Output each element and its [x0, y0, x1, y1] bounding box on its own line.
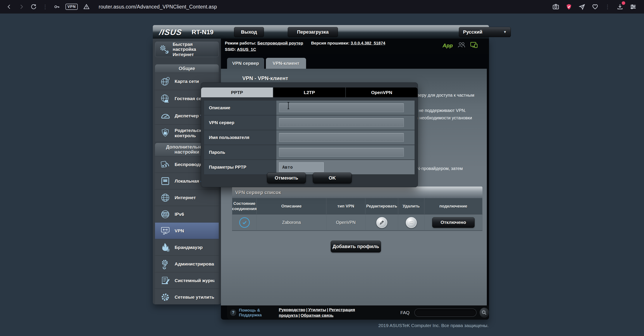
vpn-server-input[interactable] — [279, 118, 404, 127]
sidebar-item-label: Интернет — [175, 195, 214, 200]
router-model: RT-N19 — [192, 28, 214, 36]
address-bar-url[interactable]: router.asus.com/Advanced_VPNClient_Conte… — [99, 4, 217, 10]
column-header: подключение — [424, 198, 482, 215]
faq-search-button[interactable] — [480, 308, 489, 318]
faq-search-input[interactable] — [414, 309, 476, 317]
firmware-version-link[interactable]: 3.0.0.4.382_51874 — [350, 41, 385, 45]
protect-shield-icon[interactable] — [566, 3, 572, 10]
pptp-options-select[interactable]: Авто — [279, 162, 324, 172]
profile-description: Zaborona — [257, 215, 326, 231]
sidebar-item-label: Брандмауэр — [175, 245, 214, 250]
sidebar-item-network-tools[interactable]: Сетевые утилиты — [155, 289, 219, 304]
feedback-link[interactable]: Обратная связь — [300, 313, 334, 318]
internet-icon — [159, 192, 171, 204]
description-fragment: PN-провайдером, затем — [414, 166, 463, 171]
tab-vpn-server[interactable]: VPN сервер — [227, 58, 264, 69]
field-label: Описание — [204, 101, 276, 115]
favorites-heart-icon[interactable] — [592, 3, 598, 10]
sidebar-item-internet[interactable]: Интернет — [155, 189, 219, 206]
vpn-extension-badge[interactable]: VPN — [66, 4, 78, 10]
tab-pptp[interactable]: PPTP — [201, 87, 273, 97]
operation-mode-label: Режим работы: — [225, 41, 256, 45]
share-send-icon[interactable] — [578, 3, 586, 10]
column-header: тип VPN — [326, 198, 366, 215]
link-separator: | — [306, 308, 308, 312]
username-input[interactable] — [279, 133, 404, 142]
operation-mode-link[interactable]: Беспроводной роутер — [258, 41, 303, 45]
vpn-tab-row: VPN сервер VPN-клиент — [221, 54, 489, 69]
back-icon[interactable] — [6, 3, 13, 10]
field-label: Имя пользователя — [204, 130, 276, 145]
text-cursor — [287, 102, 290, 110]
profile-form: Описание VPN сервер Имя пользователя Пар… — [204, 101, 414, 175]
table-title: VPN сервер список — [232, 187, 482, 198]
downloads-icon[interactable] — [616, 3, 624, 10]
clients-icon[interactable] — [458, 42, 466, 49]
form-row-vpn-server: VPN сервер — [204, 115, 414, 130]
form-row-password: Пароль — [204, 145, 414, 160]
delete-icon[interactable] — [406, 217, 417, 228]
toolbar-divider: ⋮ — [42, 3, 48, 10]
guest-network-icon — [159, 93, 171, 104]
sidebar-item-label: IPv6 — [175, 212, 214, 217]
chevron-down-icon: ▼ — [503, 30, 507, 34]
svg-text:IPV6: IPV6 — [163, 213, 168, 216]
add-profile-button[interactable]: Добавить профиль — [331, 241, 381, 252]
description-input[interactable] — [279, 103, 404, 112]
ok-button[interactable]: OK — [313, 173, 352, 184]
cancel-button[interactable]: Отменить — [267, 173, 306, 184]
sidebar-item-quick-setup[interactable]: Быстрая настройка Интернет — [155, 42, 219, 57]
language-value: Русский — [463, 29, 482, 35]
administration-icon — [159, 258, 171, 270]
sidebar-item-vpn[interactable]: VPN — [155, 222, 219, 239]
utilities-link[interactable]: Утилиты — [308, 308, 326, 312]
field-label: Параметры PPTP — [204, 160, 276, 174]
password-input[interactable] — [279, 148, 404, 157]
help-icon: ? — [230, 309, 236, 316]
quick-setup-icon — [158, 43, 170, 55]
link-separator: | — [326, 308, 329, 312]
field-label: VPN сервер — [204, 115, 276, 130]
manual-link[interactable]: Руководство — [279, 308, 306, 312]
firewall-icon — [159, 242, 171, 253]
language-select[interactable]: Русский ▼ — [459, 27, 511, 37]
ssid-link[interactable]: ASUS_1C — [237, 47, 256, 52]
form-row-username: Имя пользователя — [204, 130, 414, 145]
sidebar-item-system-log[interactable]: Системный журнал — [155, 272, 219, 289]
browser-toolbar: ⋮ VPN router.asus.com/Advanced_VPNClient… — [0, 0, 644, 13]
sidebar-item-firewall[interactable]: Брандмауэр — [155, 239, 219, 256]
sidebar-item-label: Системный журнал — [175, 278, 214, 283]
tab-openvpn[interactable]: OpenVPN — [345, 87, 418, 97]
screenshot-camera-icon[interactable] — [552, 3, 559, 10]
wireless-icon — [159, 159, 171, 170]
tab-vpn-client[interactable]: VPN-клиент — [266, 58, 306, 69]
warning-icon[interactable] — [83, 3, 90, 10]
protocol-tabs: PPTP L2TP OpenVPN — [201, 87, 418, 97]
footer-links: Руководство|Утилиты|Регистрация продукта… — [279, 307, 368, 318]
tab-l2tp[interactable]: L2TP — [273, 87, 345, 97]
browser-settings-icon[interactable] — [630, 3, 636, 10]
edit-icon[interactable] — [376, 217, 387, 228]
vpn-icon — [159, 225, 171, 237]
page-title: VPN - VPN-клиент — [242, 75, 288, 81]
forward-icon[interactable] — [18, 3, 25, 10]
system-log-icon — [159, 275, 171, 287]
network-tools-icon — [159, 291, 171, 303]
screen: ⋮ VPN router.asus.com/Advanced_VPNClient… — [0, 0, 644, 336]
devices-icon[interactable] — [470, 42, 478, 49]
connection-status-icon — [239, 217, 250, 228]
key-icon[interactable] — [53, 3, 60, 10]
table-header-row: Состояние соединения Описание тип VPN Ре… — [232, 198, 482, 215]
downloads-badge — [622, 1, 625, 5]
logout-button[interactable]: Выход — [234, 27, 264, 37]
app-link[interactable]: App — [442, 42, 453, 49]
connection-toggle-button[interactable]: Отключено — [432, 217, 474, 228]
panel-footer: ? Помощь & Поддержка Руководство|Утилиты… — [227, 306, 489, 320]
sidebar-item-ipv6[interactable]: IPV6 IPv6 — [155, 206, 219, 222]
field-label: Пароль — [204, 145, 276, 159]
reload-icon[interactable] — [30, 3, 37, 10]
sidebar-item-administration[interactable]: Администрирование — [155, 256, 219, 272]
reboot-button[interactable]: Перезагрузка — [288, 27, 338, 37]
panel-header: /ISUS RT-N19 Выход Перезагрузка Русский … — [153, 25, 489, 39]
status-info-strip: Режим работы: Беспроводной роутер Версия… — [221, 39, 489, 54]
